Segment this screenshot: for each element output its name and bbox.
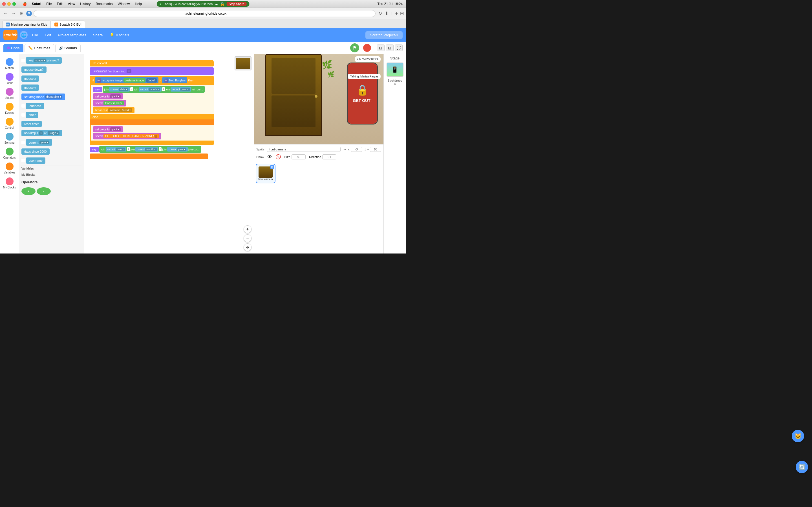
stop-button[interactable] xyxy=(363,44,371,52)
recognise-block[interactable]: ML recognise image costume image (label) xyxy=(95,77,159,83)
giant-dropdown-2[interactable]: giant ▾ xyxy=(110,127,121,131)
category-operators[interactable]: Operators xyxy=(0,146,19,161)
block-current-year[interactable]: current year ▾ xyxy=(26,139,52,146)
broadcast-block[interactable]: broadcast Welcome, Friend ▾ xyxy=(93,107,135,113)
category-variables[interactable]: Variables xyxy=(0,161,19,176)
set-voice-block-2[interactable]: set voice to giant ▾ xyxy=(93,126,123,132)
tab-overview-button[interactable]: ⊞ xyxy=(400,11,404,16)
current-date-block[interactable]: current date ▾ xyxy=(109,87,130,92)
say-block-2[interactable]: say xyxy=(90,147,99,152)
block-backdrop-of[interactable]: backdrop # ▾ of Stage ▾ xyxy=(21,130,62,136)
set-voice-block-1[interactable]: set voice to giant ▾ xyxy=(93,93,123,100)
menu-safari[interactable]: Safari xyxy=(30,1,43,6)
menu-window[interactable]: Window xyxy=(116,1,132,6)
maximize-button[interactable] xyxy=(12,2,16,6)
category-sensing[interactable]: Sensing xyxy=(0,131,19,146)
globe-icon[interactable]: 🌐 xyxy=(20,31,28,39)
show-visible-button[interactable]: 👁 xyxy=(267,154,272,159)
block-checkbox-1[interactable] xyxy=(21,59,25,62)
when-flag-clicked[interactable]: 🏳 clicked xyxy=(90,60,214,66)
get-out-input[interactable]: GET OUT OF HERE, DANGER ZONE! ▾ xyxy=(103,134,159,138)
current-year-block-2[interactable]: current year ▾ xyxy=(167,147,188,152)
menu-bookmarks[interactable]: Bookmarks xyxy=(94,1,115,6)
block-mouse-x[interactable]: mouse x xyxy=(21,75,39,82)
welcome-friend-dropdown[interactable]: Welcome, Friend ▾ xyxy=(108,108,132,112)
costume-image-input[interactable]: costume image xyxy=(123,78,146,82)
menu-file[interactable]: File xyxy=(44,1,54,6)
size-input[interactable] xyxy=(292,154,306,159)
project-templates-btn[interactable]: Project templates xyxy=(56,32,88,38)
sprite-name-input[interactable] xyxy=(267,147,341,152)
address-bar[interactable] xyxy=(34,10,375,17)
block-mouse-y[interactable]: mouse y xyxy=(21,84,39,91)
fullscreen-button[interactable]: ⛶ xyxy=(395,45,403,51)
block-timer[interactable]: timer xyxy=(26,112,38,118)
category-motion[interactable]: Motion xyxy=(0,56,19,71)
sprite-delete-button[interactable]: 🗑 xyxy=(270,165,274,169)
zoom-out-button[interactable]: − xyxy=(244,234,252,242)
stage-view-button[interactable]: ⊡ xyxy=(386,45,394,51)
menu-apple[interactable]: 🍎 xyxy=(20,1,29,6)
zoom-in-button[interactable]: + xyxy=(244,225,252,233)
block-checkbox-username[interactable] xyxy=(21,159,25,162)
block-loudness[interactable]: loudness xyxy=(26,103,44,109)
not-burglars-block[interactable]: ML Not_Burglars xyxy=(162,77,187,83)
block-days-since[interactable]: days since 2000 xyxy=(21,149,50,155)
say-block-1[interactable]: say xyxy=(93,87,102,92)
current-date-block-2[interactable]: current date ▾ xyxy=(106,147,126,152)
tab-ml4kids[interactable]: ML Machine Learning for Kids xyxy=(2,20,51,28)
menu-history[interactable]: History xyxy=(78,1,93,6)
block-multiply[interactable]: × xyxy=(37,187,51,195)
backdrop-thumbnail[interactable]: 📱 xyxy=(387,62,403,76)
block-key-pressed[interactable]: key space ▾ pressed? xyxy=(26,57,62,64)
back-button[interactable]: ← xyxy=(2,10,9,17)
label-input[interactable]: (label) xyxy=(146,78,157,82)
current-month-block-2[interactable]: current month ▾ xyxy=(135,147,158,152)
tab-sounds[interactable]: 🔊 Sounds xyxy=(55,44,81,52)
x-input[interactable] xyxy=(351,147,362,152)
block-set-drag[interactable]: set drag mode draggable ▾ xyxy=(21,94,65,100)
minimize-button[interactable] xyxy=(7,2,11,6)
if-condition-row[interactable]: if ML recognise image costume image (lab… xyxy=(90,76,214,85)
join-block-2[interactable]: join current date ▾ / join current month… xyxy=(99,146,201,153)
download-button[interactable]: ⬇ xyxy=(385,11,389,16)
block-mouse-down[interactable]: mouse down? xyxy=(21,66,47,73)
freeze-block[interactable]: FREEZE! I'm Scanning ▾ xyxy=(90,67,214,75)
category-events[interactable]: Events xyxy=(0,101,19,116)
file-menu-btn[interactable]: File xyxy=(30,32,40,38)
join-block-1[interactable]: join current date ▾ / join current month… xyxy=(103,86,205,93)
block-add[interactable]: + xyxy=(21,187,36,195)
forward-button[interactable]: → xyxy=(10,10,17,17)
speak-block[interactable]: speak Coast is clear xyxy=(93,100,126,107)
direction-input[interactable] xyxy=(322,154,336,159)
close-button[interactable] xyxy=(2,2,6,6)
tab-code[interactable]: Code xyxy=(3,44,23,52)
block-checkbox-4[interactable] xyxy=(21,141,25,144)
block-reset-timer[interactable]: reset timer xyxy=(21,121,42,127)
get-out-block[interactable]: speak GET OUT OF HERE, DANGER ZONE! ▾ xyxy=(93,133,161,139)
menu-edit[interactable]: Edit xyxy=(55,1,65,6)
block-checkbox-2[interactable] xyxy=(21,104,25,108)
menu-help[interactable]: Help xyxy=(133,1,144,6)
show-hidden-button[interactable]: 🚫 xyxy=(275,154,281,159)
stop-share-button[interactable]: Stop Share xyxy=(226,2,246,6)
tutorials-btn[interactable]: 💡 Tutorials xyxy=(107,32,132,38)
block-username[interactable]: username xyxy=(26,158,45,164)
category-control[interactable]: Control xyxy=(0,116,19,131)
sidebar-toggle[interactable]: ⊞ xyxy=(18,10,24,17)
share-button[interactable]: ↑ xyxy=(391,11,393,16)
reload-button[interactable]: ↻ xyxy=(377,10,383,17)
share-btn[interactable]: Share xyxy=(91,32,105,38)
edit-menu-btn[interactable]: Edit xyxy=(43,32,53,38)
fit-button[interactable]: ⊙ xyxy=(244,243,252,251)
category-looks[interactable]: Looks xyxy=(0,71,19,86)
green-flag-button[interactable]: ⚑ xyxy=(350,43,359,52)
giant-dropdown-1[interactable]: giant ▾ xyxy=(110,94,121,98)
menu-view[interactable]: View xyxy=(65,1,77,6)
split-view-button[interactable]: ⊟ xyxy=(377,45,385,51)
block-checkbox-3[interactable] xyxy=(21,113,25,117)
y-input[interactable] xyxy=(370,147,381,152)
project-name-tab[interactable]: Scratch Project-3 xyxy=(365,31,403,39)
code-canvas[interactable]: 🏳 clicked FREEZE! I'm Scanning ▾ if ML xyxy=(84,54,254,253)
current-year-block-1[interactable]: current year ▾ xyxy=(170,87,191,92)
